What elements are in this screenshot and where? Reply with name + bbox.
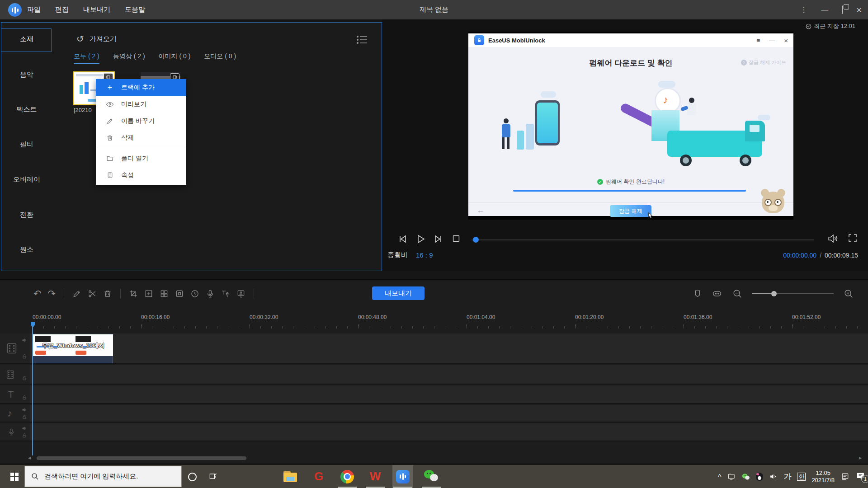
horizontal-scrollbar[interactable] xyxy=(37,456,246,460)
sidebar-item-element[interactable]: 원소 xyxy=(1,245,52,254)
menu-export[interactable]: 내보내기 xyxy=(83,5,110,14)
network-display-icon[interactable] xyxy=(727,473,736,481)
sidebar-item-media[interactable]: 소재 xyxy=(1,35,52,43)
fullscreen-icon[interactable] xyxy=(847,233,858,244)
tab-audio[interactable]: 오디오 ( 0 ) xyxy=(204,52,236,64)
marker-flag-icon[interactable] xyxy=(693,289,702,298)
edit-pencil-icon[interactable] xyxy=(72,289,81,298)
track-mute-icon[interactable] xyxy=(22,426,27,431)
scroll-right-icon[interactable]: ▸ xyxy=(859,455,862,461)
scroll-left-icon[interactable]: ◂ xyxy=(28,455,31,461)
sidebar-item-music[interactable]: 음악 xyxy=(1,70,52,79)
minimize-icon[interactable]: — xyxy=(821,6,828,14)
list-view-icon[interactable] xyxy=(357,35,368,44)
search-input[interactable] xyxy=(43,472,172,481)
timeline-zoom-slider[interactable] xyxy=(752,291,834,296)
track-video[interactable]: 무료_Windows_10에서 xyxy=(0,333,868,364)
wechat-tray-icon[interactable] xyxy=(742,473,750,480)
presenter-icon[interactable] xyxy=(236,289,245,298)
taskbar-wechat[interactable] xyxy=(421,465,442,488)
menu-help[interactable]: 도움말 xyxy=(125,5,145,14)
sidebar-item-transition[interactable]: 전환 xyxy=(1,211,52,219)
track-voiceover[interactable] xyxy=(0,423,868,441)
sidebar-item-text[interactable]: 텍스트 xyxy=(1,105,52,114)
ruler-minor-ticks[interactable] xyxy=(33,326,860,328)
redo-icon[interactable]: ↷ xyxy=(48,289,56,298)
windows-logo-icon xyxy=(10,473,19,481)
fit-timeline-icon[interactable] xyxy=(712,289,722,298)
ime-hanja-indicator[interactable]: 한 xyxy=(797,473,806,481)
toolbar-divider xyxy=(64,289,64,299)
cortana-icon[interactable] xyxy=(188,473,197,481)
export-button[interactable]: 내보내기 xyxy=(372,286,425,300)
hidden-icons-chevron[interactable]: ^ xyxy=(718,473,721,480)
sidebar-item-filter[interactable]: 필터 xyxy=(1,140,52,149)
context-menu-preview[interactable]: 미리보기 xyxy=(96,96,186,113)
menu-edit[interactable]: 편집 xyxy=(55,5,69,14)
delete-trash-icon[interactable] xyxy=(103,289,112,298)
taskbar-gom-app[interactable]: G xyxy=(308,465,329,488)
track-mute-icon[interactable] xyxy=(22,338,27,343)
track-music[interactable]: ♪ xyxy=(0,405,868,422)
undo-icon[interactable]: ↶ xyxy=(33,289,42,298)
timeline-clip[interactable]: 무료_Windows_10에서 xyxy=(33,334,113,363)
clip-title-text: 무료_Windows_10에서 xyxy=(33,342,113,350)
volume-muted-icon[interactable] xyxy=(769,473,778,480)
volume-icon[interactable] xyxy=(827,233,839,244)
track-lock-icon[interactable] xyxy=(22,414,27,420)
close-icon[interactable]: × xyxy=(856,5,862,14)
qq-tray-icon[interactable] xyxy=(756,473,763,481)
play-icon[interactable] xyxy=(415,234,426,244)
split-scissors-icon[interactable] xyxy=(88,289,97,298)
aspect-ratio-select[interactable]: 16 : 9 xyxy=(416,251,433,259)
context-menu-add-to-track[interactable]: + 트랙에 추가 xyxy=(96,79,186,96)
text-to-speech-icon[interactable] xyxy=(221,289,230,298)
mosaic-icon[interactable] xyxy=(160,289,169,298)
more-options-icon[interactable]: ⋮ xyxy=(800,6,807,14)
crop-icon[interactable] xyxy=(129,289,138,298)
context-menu-delete[interactable]: 삭제 xyxy=(96,129,186,146)
duration-clock-icon[interactable] xyxy=(190,289,199,298)
sidebar-item-overlay[interactable]: 오버레이 xyxy=(1,175,52,184)
track-lock-icon[interactable] xyxy=(22,375,27,381)
tab-image[interactable]: 이미지 ( 0 ) xyxy=(159,52,191,64)
taskbar-video-editor[interactable] xyxy=(392,465,413,488)
taskbar-clock[interactable]: 12:05 2021/7/8 xyxy=(811,469,835,484)
ime-korean-indicator[interactable]: 가 xyxy=(783,471,791,482)
track-voiceover-header xyxy=(0,423,30,441)
context-menu-properties[interactable]: 속성 xyxy=(96,167,186,183)
track-lock-icon[interactable] xyxy=(22,354,27,359)
tab-video[interactable]: 동영상 ( 2 ) xyxy=(113,52,145,64)
context-menu-open-folder[interactable]: 폴더 열기 xyxy=(96,150,186,167)
action-center-icon[interactable]: 1 xyxy=(855,472,865,481)
taskbar-search[interactable] xyxy=(24,466,182,487)
zoom-out-icon[interactable] xyxy=(732,289,742,299)
track-mute-icon[interactable] xyxy=(22,407,27,413)
seek-bar[interactable] xyxy=(472,239,814,240)
restore-icon[interactable] xyxy=(842,6,843,14)
taskbar-chrome[interactable] xyxy=(337,465,358,488)
freeze-frame-icon[interactable] xyxy=(175,289,184,298)
taskbar-wps[interactable]: W xyxy=(365,465,386,488)
tab-all[interactable]: 모두 ( 2 ) xyxy=(74,52,99,64)
track-lock-icon[interactable] xyxy=(22,433,27,438)
notes-tray-icon[interactable] xyxy=(840,472,849,481)
track-lock-icon[interactable] xyxy=(22,395,27,400)
zoom-frame-icon[interactable] xyxy=(144,289,153,298)
stop-icon[interactable] xyxy=(451,234,461,244)
zoom-in-icon[interactable] xyxy=(844,289,854,299)
track-text[interactable]: T xyxy=(0,385,868,404)
taskbar-file-explorer[interactable] xyxy=(280,465,301,488)
start-button[interactable] xyxy=(5,465,24,488)
next-frame-icon[interactable] xyxy=(433,234,444,244)
import-button[interactable]: ↺ 가져오기 xyxy=(76,33,117,44)
track-overlay[interactable] xyxy=(0,365,868,385)
zoom-slider-handle[interactable] xyxy=(771,291,777,296)
context-menu-rename[interactable]: 이름 바꾸기 xyxy=(96,113,186,129)
seek-handle[interactable] xyxy=(473,237,479,243)
menu-file[interactable]: 파일 xyxy=(27,5,41,14)
task-view-icon[interactable] xyxy=(209,472,217,481)
g-app-icon: G xyxy=(314,469,323,483)
voiceover-mic-icon[interactable] xyxy=(206,289,215,298)
previous-frame-icon[interactable] xyxy=(397,234,408,244)
